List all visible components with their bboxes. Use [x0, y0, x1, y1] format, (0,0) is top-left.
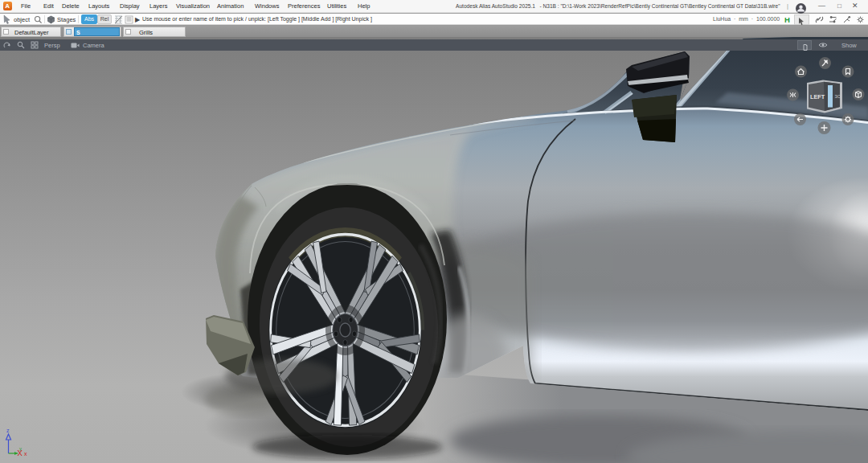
svg-text:LEFT: LEFT: [810, 93, 825, 100]
svg-text:x: x: [24, 451, 27, 457]
svg-text:3O: 3O: [835, 94, 841, 99]
svg-text:z: z: [6, 428, 10, 433]
